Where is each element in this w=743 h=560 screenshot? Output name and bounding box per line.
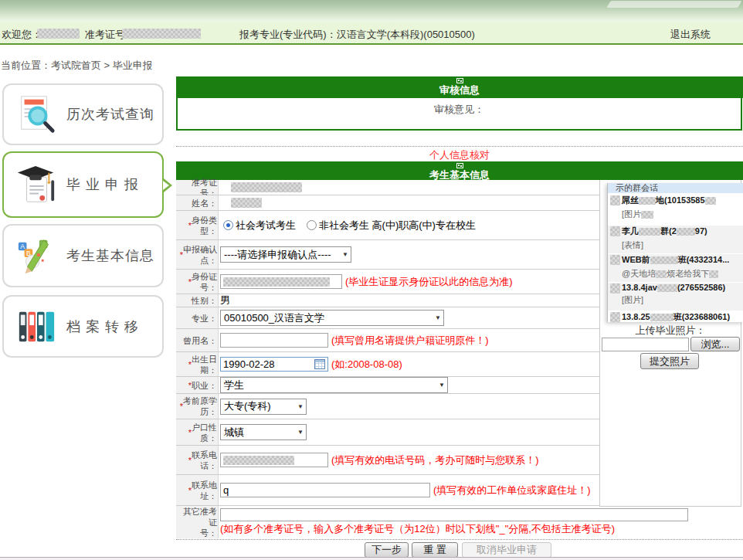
candidate-section-header: 考生基本信息 xyxy=(176,161,743,180)
id-number-row: *身份证 号：(毕业生证显示身份证以此的信息为准) xyxy=(176,270,599,294)
qq-popup-header: 示的群会话 xyxy=(608,183,743,193)
redacted-block xyxy=(650,256,678,264)
household-select[interactable]: 城镇▼ xyxy=(220,424,307,440)
confirm-point-row: *申报确认 点：----请选择申报确认点----▼ xyxy=(176,240,599,270)
gender-row: 性别：男 xyxy=(176,294,599,307)
qq-group-entry[interactable]: 13.8.25班(323688061) xyxy=(608,311,743,322)
photo-column-divider xyxy=(599,180,600,506)
redacted-block xyxy=(705,197,716,205)
submit-photo-button[interactable]: 提交照片 xyxy=(640,353,699,369)
redacted-block xyxy=(656,270,667,278)
form-rows: 准考证号：姓名：*身份类 型：社会考试考生非社会考生 高(中)职高(中)专在校生… xyxy=(176,180,599,538)
name-row: 姓名： xyxy=(176,195,599,211)
review-section-title: 审核信息 xyxy=(176,84,743,96)
qq-group-entry[interactable]: 13.8.4jav(276552586)[图片] xyxy=(608,283,743,311)
dotted-divider-bottom xyxy=(176,539,743,540)
candidate-section-title: 考生基本信息 xyxy=(176,169,743,181)
gender-value: 男 xyxy=(220,294,230,307)
id-number-label: *身份证 号： xyxy=(176,270,219,294)
qq-chat-popup[interactable]: 示的群会话 屌丝地(10153585[图片李几群(297)[表情]WEB前班(4… xyxy=(607,183,743,322)
phone-label: *联系电 话： xyxy=(176,446,219,474)
occupation-label: *职业： xyxy=(176,377,219,393)
qq-group-entry[interactable]: 屌丝地(10153585[图片 xyxy=(608,195,743,222)
chevron-down-icon: ▼ xyxy=(435,314,441,321)
occupation-select[interactable]: 学生▼ xyxy=(220,377,448,393)
occupation-row: *职业：学生▼ xyxy=(176,377,599,394)
exam-no-redacted xyxy=(122,29,201,39)
phone-value-redacted xyxy=(223,456,294,465)
qq-group-last-message: @天地培烦老给我下 xyxy=(622,268,743,280)
prior-education-label: *考前原学 历： xyxy=(176,394,219,419)
gender-label: 性别： xyxy=(176,294,219,307)
prior-education-select[interactable]: 大专(专科)▼ xyxy=(220,399,307,415)
graduation-cap-icon xyxy=(15,164,57,205)
redacted-block xyxy=(657,284,677,292)
calendar-icon[interactable] xyxy=(314,359,325,369)
household-label: *户口性 质： xyxy=(176,419,219,445)
id-number-note: (毕业生证显示身份证以此的信息为准) xyxy=(345,275,513,289)
identity-type-radio-0[interactable] xyxy=(223,220,233,230)
graduation-application-page: 欢迎您： 准考证号： 报考专业(专业代码)：汉语言文学(本科段)(0501050… xyxy=(0,0,743,560)
major-info: 报考专业(专业代码)：汉语言文学(本科段)(05010500) xyxy=(239,28,475,42)
id-number-input[interactable] xyxy=(220,274,342,289)
sidebar-item-archive-transfer[interactable]: 档 案 转 移 xyxy=(2,295,164,358)
other-exam-no-label: 其它准考证 号： xyxy=(176,506,219,538)
logout-link[interactable]: 退出系统 xyxy=(670,28,711,42)
browse-button[interactable]: 浏览... xyxy=(690,337,740,351)
confirm-point-select[interactable]: ----请选择申报确认点----▼ xyxy=(220,246,351,263)
active-pointer-inner xyxy=(163,181,169,190)
former-name-label: 曾用名： xyxy=(176,329,219,351)
review-section-header: 审核信息 xyxy=(176,76,743,98)
cancel-application-button[interactable]: 取消毕业申请 xyxy=(462,542,551,558)
photo-file-input[interactable] xyxy=(602,338,689,351)
qq-group-entry[interactable]: WEB前班(4332314...@天地培烦老给我下 xyxy=(608,254,743,282)
qq-group-avatar-redacted xyxy=(610,283,620,294)
birth-date-note: (如:2008-08-08) xyxy=(331,358,402,372)
next-step-button[interactable]: 下一步 xyxy=(365,542,409,558)
other-exam-no-input[interactable] xyxy=(220,508,688,521)
top-banner-image xyxy=(0,0,743,22)
major-select[interactable]: 05010500_汉语言文学▼ xyxy=(220,310,444,326)
redacted-block xyxy=(639,197,656,205)
banner-highlight xyxy=(606,1,741,8)
confirm-point-label: *申报确认 点： xyxy=(176,240,219,269)
former-name-note: (填写曾用名请提供户籍证明原件！) xyxy=(331,334,489,348)
identity-type-label: *身份类 型： xyxy=(176,211,219,239)
qq-group-avatar-redacted xyxy=(610,255,620,265)
birth-date-input[interactable]: 1990-02-28 xyxy=(220,357,328,372)
other-exam-no-row: 其它准考证 号：(如有多个准考证号，输入多个准考证号（为12位）时以下划线"_"… xyxy=(176,506,741,538)
qq-group-name: 李几群(297) xyxy=(622,226,743,237)
household-row: *户口性 质：城镇▼ xyxy=(176,419,599,446)
former-name-input[interactable] xyxy=(220,333,328,348)
identity-type-radio-label-0: 社会考试考生 xyxy=(236,219,296,232)
address-input[interactable]: q xyxy=(220,483,430,497)
chevron-down-icon: ▼ xyxy=(297,429,304,436)
sidebar-item-graduation-apply[interactable]: 毕 业 申 报 xyxy=(2,151,164,218)
review-opinion-label: 审核意见： xyxy=(434,104,484,115)
qq-group-name: WEB前班(4332314... xyxy=(622,254,743,266)
identity-type-row: *身份类 型：社会考试考生非社会考生 高(中)职高(中)专在校生 xyxy=(176,211,599,240)
qq-group-avatar-redacted xyxy=(610,312,620,322)
qq-group-entry[interactable]: 李几群(297)[表情] xyxy=(608,226,743,253)
binders-icon xyxy=(15,306,57,348)
chevron-down-icon: ▼ xyxy=(342,251,348,258)
major-row: 专业：05010500_汉语言文学▼ xyxy=(176,307,599,329)
chevron-down-icon: ▼ xyxy=(439,382,445,389)
identity-type-radio-1[interactable] xyxy=(307,220,317,230)
qq-group-last-message: [图片] xyxy=(622,294,743,306)
sidebar-item-exam-history[interactable]: 历次考试查询 xyxy=(2,83,164,145)
phone-input[interactable] xyxy=(220,453,328,467)
redacted-block xyxy=(639,228,660,236)
birth-date-label: *出生日 期： xyxy=(176,352,219,376)
address-note: (填写有效的工作单位或家庭住址！) xyxy=(433,484,591,497)
birth-date-value: 1990-02-28 xyxy=(223,358,275,370)
redacted-block xyxy=(650,314,673,321)
reset-button[interactable]: 重 置 xyxy=(412,542,458,558)
qq-group-last-message: [图片 xyxy=(622,209,743,220)
sidebar-item-candidate-info[interactable]: A B C 考生基本信息 xyxy=(2,224,164,287)
sidebar-item-label: 毕 业 申 报 xyxy=(66,175,139,194)
exam-no-value-redacted xyxy=(231,182,302,192)
identity-type-radio-label-1: 非社会考生 高(中)职高(中)专在校生 xyxy=(319,219,476,232)
upload-photo-label: 上传毕业照片： xyxy=(599,324,741,338)
major-label: 专业： xyxy=(176,307,219,328)
